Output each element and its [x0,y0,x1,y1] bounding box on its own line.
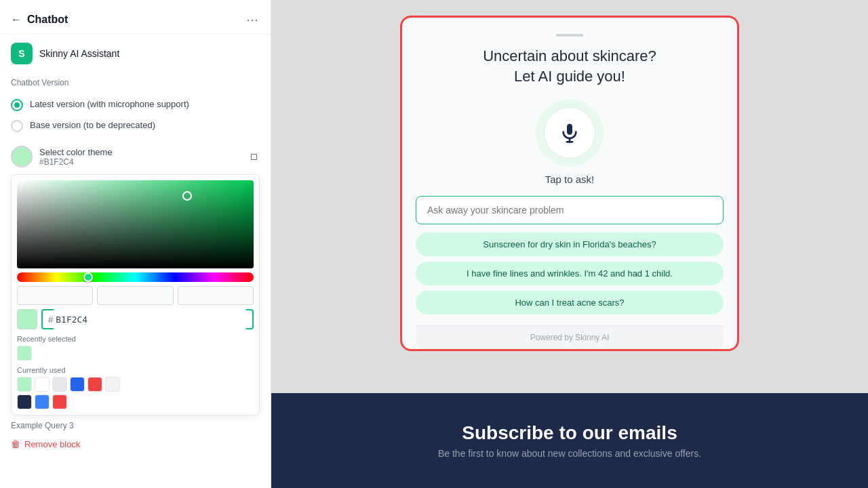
current-swatch-3[interactable] [52,377,67,392]
current-swatch-2[interactable] [35,377,50,392]
mic-icon [559,122,580,144]
hash-symbol: # [48,314,53,325]
hex-input-field[interactable] [53,309,247,329]
color-picker-popup: # Recently selected Currently used [11,174,260,415]
hex-input-row: # [17,309,254,329]
radio-circle-latest[interactable] [11,99,23,111]
current-swatch-7[interactable] [17,394,32,409]
current-swatch-9[interactable] [52,394,67,409]
chatbot-widget: Uncertain about skincare? Let AI guide y… [400,16,739,351]
current-swatch-8[interactable] [35,394,50,409]
color-swatch-circle[interactable] [11,146,33,167]
color-hex-display: #B1F2C4 [39,157,113,167]
currently-swatches-row1 [17,377,254,392]
chatbot-avatar: S [11,43,33,64]
color-theme-label: Select color theme [39,147,113,157]
hex-preview-swatch [17,309,37,329]
chip-1[interactable]: Sunscreen for dry skin in Florida's beac… [416,232,724,256]
gradient-picker[interactable] [17,180,254,268]
alpha-row [17,286,254,305]
current-swatch-4[interactable] [70,377,85,392]
database-icon[interactable]: 🗆 [249,150,260,163]
subscribe-subtitle: Be the first to know about new collectio… [438,448,701,459]
more-options-icon[interactable]: ⋯ [246,12,260,27]
widget-headline1: Uncertain about skincare? [416,47,724,65]
recently-swatches [17,346,254,361]
radio-base[interactable]: Base version (to be deprecated) [11,115,260,136]
subscribe-banner: Subscribe to our emails Be the first to … [271,393,868,488]
color-theme-left: Select color theme #B1F2C4 [11,146,113,167]
subscribe-title: Subscribe to our emails [462,422,677,444]
recent-swatch-1[interactable] [17,346,32,361]
svg-rect-0 [567,123,572,134]
preview-area: Uncertain about skincare? Let AI guide y… [271,0,868,393]
powered-bar: Powered by Skinny AI [416,325,724,349]
alpha-input-2[interactable] [97,286,173,305]
current-swatch-1[interactable] [17,377,32,392]
version-radio-group: Latest version (with microphone support)… [0,92,271,139]
radio-latest[interactable]: Latest version (with microphone support) [11,94,260,115]
radio-label-base: Base version (to be deprecated) [30,119,155,131]
chip-2[interactable]: I have fine lines and wrinkles. I'm 42 a… [416,262,724,285]
color-theme-text: Select color theme #B1F2C4 [39,147,113,167]
panel-header-left: ← Chatbot [11,14,68,26]
right-panel: Uncertain about skincare? Let AI guide y… [271,0,868,488]
hex-input-wrapper[interactable]: # [41,309,254,329]
mic-outer-circle[interactable] [536,99,604,167]
color-theme-row: Select color theme #B1F2C4 🗆 [0,139,271,174]
panel-title: Chatbot [27,14,68,26]
hue-slider-row [17,272,254,282]
currently-swatches-row2 [17,394,254,409]
widget-search-input[interactable] [416,196,724,224]
alpha-input-3[interactable] [178,286,254,305]
hue-cursor[interactable] [83,272,93,282]
gradient-cursor[interactable] [182,191,192,201]
radio-label-latest: Latest version (with microphone support) [30,98,189,110]
mic-inner-circle[interactable] [544,107,595,159]
current-swatch-6[interactable] [105,377,120,392]
remove-block-button[interactable]: 🗑 Remove block [0,433,271,455]
version-section-label: Chatbot Version [0,73,271,92]
hue-slider[interactable] [17,272,254,282]
remove-block-label: Remove block [24,439,80,449]
drag-handle [556,34,583,37]
back-arrow-icon[interactable]: ← [11,14,22,26]
widget-headline2: Let AI guide you! [416,68,724,85]
chatbot-name: Skinny AI Assistant [39,48,119,59]
currently-label: Currently used [17,366,254,374]
alpha-input-1[interactable] [17,286,93,305]
current-swatch-5[interactable] [87,377,102,392]
suggestion-chips: Sunscreen for dry skin in Florida's beac… [416,232,724,314]
panel-header: ← Chatbot ⋯ [0,0,271,35]
chatbot-name-row: S Skinny AI Assistant [0,35,271,73]
left-panel: ← Chatbot ⋯ S Skinny AI Assistant Chatbo… [0,0,271,488]
trash-icon: 🗑 [11,439,20,449]
example-query-label: Example Query 3 [0,415,271,433]
mic-button-wrapper: Tap to ask! [416,99,724,185]
radio-circle-base[interactable] [11,120,23,132]
chip-3[interactable]: How can I treat acne scars? [416,291,724,314]
recently-label: Recently selected [17,335,254,343]
tap-label: Tap to ask! [545,174,595,185]
